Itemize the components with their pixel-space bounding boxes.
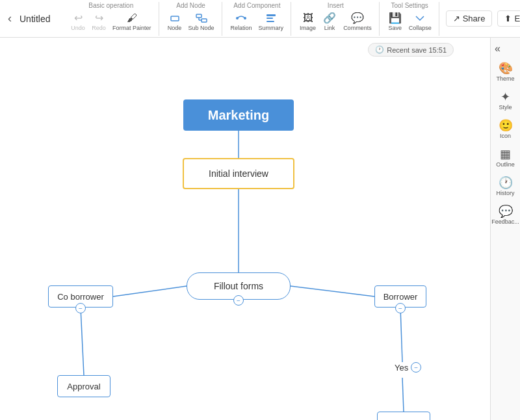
right-panel: « 🎨 Theme ✦ Style 🙂 Icon ▦ Outline 🕐 His… <box>490 38 520 420</box>
node-button[interactable]: Node <box>166 10 184 33</box>
add-component-group: Add Component Relation Summary <box>229 2 292 36</box>
canvas-area: 🕐 Recent save 15:51 Marketing Initi <box>0 38 520 420</box>
summary-icon <box>265 12 277 25</box>
svg-rect-9 <box>266 21 274 22</box>
svg-rect-0 <box>171 16 179 21</box>
icon-panel-item[interactable]: 🙂 Icon <box>491 116 520 142</box>
add-node-label: Add Node <box>176 2 205 9</box>
svg-line-13 <box>291 286 374 296</box>
history-panel-item[interactable]: 🕐 History <box>491 173 520 199</box>
link-icon: 🔗 <box>323 12 336 25</box>
undo-icon: ↩ <box>74 12 83 25</box>
insert-label: Insert <box>328 2 344 9</box>
history-icon: 🕐 <box>499 176 513 190</box>
basic-operation-group: Basic operation ↩ Undo ↪ Redo 🖌 Format P… <box>69 2 159 36</box>
coborrower-collapse-btn[interactable]: − <box>75 303 86 313</box>
theme-icon: 🎨 <box>499 61 513 75</box>
svg-rect-7 <box>266 14 276 16</box>
svg-rect-1 <box>196 14 202 18</box>
sub-node-button[interactable]: Sub Node <box>187 10 216 33</box>
svg-rect-8 <box>266 18 273 19</box>
svg-line-15 <box>400 308 402 362</box>
share-icon: ↗ <box>453 14 460 23</box>
node-icon <box>169 12 181 25</box>
save-icon: 💾 <box>389 12 402 25</box>
add-node-group: Add Node Node Sub Node <box>166 2 222 36</box>
tool-settings-label: Tool Settings <box>391 2 428 9</box>
style-icon: ✦ <box>500 90 510 104</box>
back-button[interactable]: ‹ <box>4 10 16 27</box>
fillout-collapse-btn[interactable]: − <box>233 295 244 306</box>
format-painter-button[interactable]: 🖌 Format Painter <box>110 10 153 33</box>
right-toolbar: ↗ Share ⬆ Export <box>446 10 520 27</box>
add-component-label: Add Component <box>233 2 280 9</box>
basic-operation-label: Basic operation <box>88 2 133 9</box>
tool-settings-group: Tool Settings 💾 Save Collapse <box>386 2 439 36</box>
icon-icon: 🙂 <box>499 118 513 133</box>
style-panel-item[interactable]: ✦ Style <box>491 87 520 113</box>
co-borrower-node[interactable]: Co borrower − <box>48 285 113 308</box>
relation-icon <box>235 12 247 25</box>
svg-point-6 <box>244 17 246 20</box>
comments-icon: 💬 <box>351 12 364 25</box>
clock-icon: 🕐 <box>375 46 384 54</box>
outline-panel-item[interactable]: ▦ Outline <box>491 144 520 170</box>
sub-node-icon <box>196 12 207 25</box>
theme-panel-item[interactable]: 🎨 Theme <box>491 59 520 85</box>
initial-interview-node[interactable]: Initial interview <box>183 158 294 189</box>
marketing-node[interactable]: Marketing <box>183 99 294 131</box>
format-painter-icon: 🖌 <box>127 12 137 25</box>
outline-icon: ▦ <box>500 147 511 161</box>
svg-point-5 <box>236 17 239 20</box>
svg-line-14 <box>81 308 84 375</box>
undo-button[interactable]: ↩ Undo <box>69 10 87 33</box>
fillout-forms-node[interactable]: Fillout forms − <box>187 272 291 300</box>
app-title: Untitled <box>20 14 58 24</box>
export-button[interactable]: ⬆ Export <box>497 10 520 27</box>
svg-rect-2 <box>202 19 207 22</box>
save-button[interactable]: 💾 Save <box>386 10 404 33</box>
yes-node[interactable]: Yes − <box>395 362 421 373</box>
save-status: 🕐 Recent save 15:51 <box>368 43 454 57</box>
share-button[interactable]: ↗ Share <box>446 10 493 27</box>
image-button[interactable]: 🖼 Image <box>298 10 318 33</box>
svg-line-12 <box>113 286 187 296</box>
borrower-node[interactable]: Borrower − <box>374 285 426 308</box>
insert-group: Insert 🖼 Image 🔗 Link 💬 Comments <box>298 2 380 36</box>
main-canvas[interactable]: 🕐 Recent save 15:51 Marketing Initi <box>0 38 490 420</box>
toolbar: ‹ Untitled Basic operation ↩ Undo ↪ Redo… <box>0 0 520 38</box>
comments-button[interactable]: 💬 Comments <box>341 10 374 33</box>
export-icon: ⬆ <box>504 14 512 23</box>
borrower-collapse-btn[interactable]: − <box>395 303 406 313</box>
collapse-icon <box>414 12 426 25</box>
redo-button[interactable]: ↪ Redo <box>90 10 108 33</box>
approval-left-node[interactable]: Approval <box>57 375 110 397</box>
yes-collapse-btn[interactable]: − <box>411 362 421 373</box>
redo-icon: ↪ <box>95 12 103 25</box>
summary-button[interactable]: Summary <box>257 10 286 33</box>
approval-right-node[interactable]: Approval <box>377 412 430 420</box>
collapse-button[interactable]: Collapse <box>407 10 434 33</box>
relation-button[interactable]: Relation <box>229 10 254 33</box>
svg-line-16 <box>402 378 404 412</box>
panel-collapse-button[interactable]: « <box>492 42 503 56</box>
image-icon: 🖼 <box>303 12 313 25</box>
feedback-panel-item[interactable]: 💬 Feedbac... <box>491 202 520 228</box>
link-button[interactable]: 🔗 Link <box>320 10 339 33</box>
feedback-icon: 💬 <box>499 204 513 218</box>
